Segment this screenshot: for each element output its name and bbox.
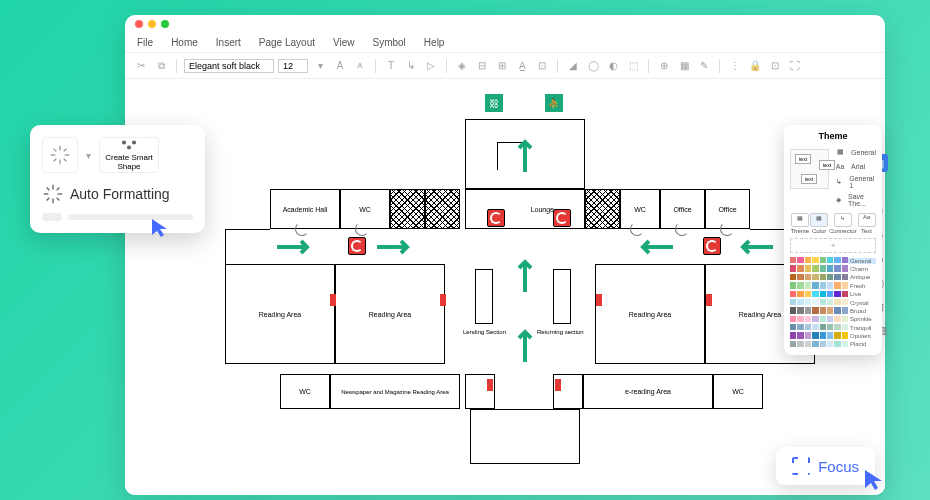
expand-icon[interactable]: ⛶ (787, 58, 803, 74)
swatch[interactable] (834, 324, 840, 330)
spark-icon[interactable] (42, 137, 78, 173)
swatch[interactable] (812, 282, 818, 288)
menu-help[interactable]: Help (424, 37, 445, 48)
swatch[interactable] (820, 282, 826, 288)
menu-file[interactable]: File (137, 37, 153, 48)
swatch[interactable] (827, 332, 833, 338)
swatch[interactable] (790, 307, 796, 313)
menu-insert[interactable]: Insert (216, 37, 241, 48)
palette-row-placid[interactable]: Placid (790, 341, 876, 348)
menu-home[interactable]: Home (171, 37, 198, 48)
swatch[interactable] (805, 265, 811, 271)
swatch[interactable] (805, 341, 811, 347)
font-size-down-icon[interactable]: A (352, 58, 368, 74)
search-icon[interactable]: ⊕ (656, 58, 672, 74)
lock-icon[interactable]: 🔒 (747, 58, 763, 74)
swatch[interactable] (790, 324, 796, 330)
swatch[interactable] (827, 274, 833, 280)
swatch[interactable] (834, 274, 840, 280)
swatch[interactable] (820, 265, 826, 271)
connector-icon[interactable]: ↳ (403, 58, 419, 74)
media-icon[interactable]: ▦ (676, 58, 692, 74)
menu-page-layout[interactable]: Page Layout (259, 37, 315, 48)
swatch[interactable] (797, 341, 803, 347)
chevron-down-icon[interactable]: ▾ (312, 58, 328, 74)
palette-row-sprinkle[interactable]: Sprinkle (790, 316, 876, 323)
swatch[interactable] (805, 299, 811, 305)
tab-theme[interactable]: ▦Theme (790, 213, 809, 234)
swatch[interactable] (820, 341, 826, 347)
swatch[interactable] (805, 316, 811, 322)
swatch[interactable] (797, 291, 803, 297)
swatch[interactable] (834, 282, 840, 288)
swatch[interactable] (827, 299, 833, 305)
swatch[interactable] (827, 341, 833, 347)
swatch[interactable] (834, 299, 840, 305)
swatch[interactable] (834, 307, 840, 313)
swatch[interactable] (827, 265, 833, 271)
palette-row-live[interactable]: Live (790, 291, 876, 298)
close-icon[interactable] (135, 20, 143, 28)
swatch[interactable] (827, 257, 833, 263)
swatch[interactable] (797, 316, 803, 322)
swatch[interactable] (790, 257, 796, 263)
theme-item-general[interactable]: ▦General (833, 145, 876, 159)
create-smart-shape-button[interactable]: Create Smart Shape (99, 137, 159, 173)
swatch[interactable] (812, 265, 818, 271)
theme-item-general1[interactable]: ↳General 1 (833, 173, 876, 191)
swatch[interactable] (805, 291, 811, 297)
distribute-icon[interactable]: ⊟ (474, 58, 490, 74)
swatch[interactable] (790, 316, 796, 322)
swatch[interactable] (790, 274, 796, 280)
swatch[interactable] (834, 316, 840, 322)
swatch[interactable] (820, 257, 826, 263)
export-icon[interactable]: ⊡ (767, 58, 783, 74)
tab-connector[interactable]: ↳Connector (829, 213, 857, 234)
palette-row-crystal[interactable]: Crystal (790, 299, 876, 306)
swatch[interactable] (790, 341, 796, 347)
theme-preview[interactable]: text text text (790, 149, 829, 189)
menu-view[interactable]: View (333, 37, 355, 48)
swatch[interactable] (812, 291, 818, 297)
palette-row-fresh[interactable]: Fresh (790, 282, 876, 289)
shadow-icon[interactable]: ◐ (605, 58, 621, 74)
swatch[interactable] (834, 265, 840, 271)
layer-icon[interactable]: ◈ (454, 58, 470, 74)
swatch[interactable] (820, 291, 826, 297)
focus-button[interactable]: Focus (776, 447, 875, 485)
font-size-select[interactable] (278, 59, 308, 73)
swatch[interactable] (790, 299, 796, 305)
text-align-icon[interactable]: A̲ (514, 58, 530, 74)
copy-icon[interactable]: ⧉ (153, 58, 169, 74)
swatch[interactable] (805, 324, 811, 330)
theme-item-arial[interactable]: AaArial (833, 159, 876, 173)
auto-formatting-button[interactable]: Auto Formatting (42, 183, 193, 205)
swatch[interactable] (812, 324, 818, 330)
swatch[interactable] (834, 291, 840, 297)
pointer-icon[interactable]: ▷ (423, 58, 439, 74)
swatch[interactable] (812, 332, 818, 338)
swatch[interactable] (820, 274, 826, 280)
swatch[interactable] (805, 307, 811, 313)
swatch[interactable] (834, 341, 840, 347)
cut-icon[interactable]: ✂ (133, 58, 149, 74)
options-icon[interactable]: ⋮ (727, 58, 743, 74)
swatch[interactable] (812, 299, 818, 305)
swatch[interactable] (834, 257, 840, 263)
slider[interactable] (42, 213, 193, 221)
swatch[interactable] (820, 307, 826, 313)
swatch[interactable] (820, 316, 826, 322)
crop-icon[interactable]: ⬚ (625, 58, 641, 74)
swatch[interactable] (827, 316, 833, 322)
palette-row-tranquil[interactable]: Tranquil (790, 324, 876, 331)
swatch[interactable] (812, 341, 818, 347)
swatch[interactable] (812, 307, 818, 313)
menu-symbol[interactable]: Symbol (373, 37, 406, 48)
swatch[interactable] (790, 265, 796, 271)
canvas[interactable]: ⛓ ⛹ Academic Hall WC Lounge WC Office Of… (125, 79, 885, 495)
swatch[interactable] (820, 324, 826, 330)
swatch[interactable] (797, 282, 803, 288)
swatch[interactable] (797, 324, 803, 330)
palette-row-general[interactable]: General (790, 257, 876, 264)
swatch[interactable] (797, 257, 803, 263)
